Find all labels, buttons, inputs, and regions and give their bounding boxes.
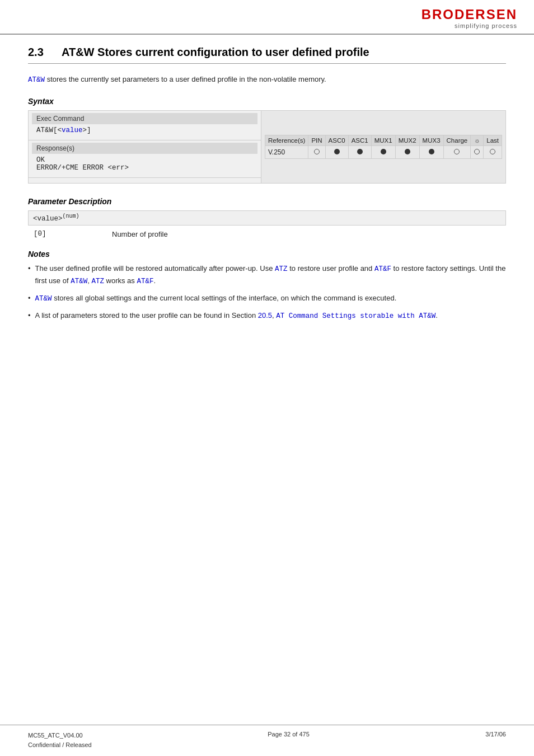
dot-mux2 <box>395 146 419 159</box>
response-left-panel: Response(s) OKERROR/+CME ERROR <err> <box>29 140 261 178</box>
note-text-1: AT&W stores all global settings and the … <box>35 293 506 304</box>
intro-code-link: AT&W <box>28 76 45 84</box>
dot-asc0 <box>325 146 348 159</box>
intro-paragraph: AT&W stores the currently set parameters… <box>28 74 506 86</box>
response-value: OKERROR/+CME ERROR <err> <box>32 154 257 175</box>
param-key-0: [0] <box>34 230 101 238</box>
exec-label: Exec Command <box>32 113 257 124</box>
footer-status: Confidential / Released <box>28 740 92 750</box>
syntax-reference-table: Exec Command AT&W[<value>] Reference(s) … <box>28 110 506 184</box>
reference-right-panel: Reference(s) PIN ASC0 ASC1 MUX1 MUX2 MUX… <box>261 111 505 184</box>
col-asc1: ASC1 <box>348 135 371 146</box>
ref-col-label: Reference(s) <box>265 135 308 146</box>
note0-code-atw: AT&W <box>71 278 87 285</box>
ref-inner-table: Reference(s) PIN ASC0 ASC1 MUX1 MUX2 MUX… <box>265 135 502 159</box>
footer-left: MC55_ATC_V04.00 Confidential / Released <box>28 731 92 750</box>
dot-filled-icon <box>381 149 386 154</box>
section-heading: AT&W Stores current configuration to use… <box>62 46 369 59</box>
notes-section: Notes The user defined profile will be r… <box>28 250 506 322</box>
logo-sub: simplifying process <box>455 22 517 29</box>
dot-charge <box>443 146 471 159</box>
dot-empty-icon <box>454 149 460 154</box>
exec-cmd-code: value <box>62 126 83 134</box>
note2-code-section: AT Command Settings stor­able with AT&W <box>276 312 435 320</box>
note0-code-atf2: AT&F <box>137 278 153 285</box>
exec-command-row: Exec Command AT&W[<value>] Reference(s) … <box>29 111 506 140</box>
dot-filled-icon <box>334 149 340 154</box>
param-box: <value>(num) <box>28 210 506 226</box>
dot-filled-icon <box>357 149 363 154</box>
logo-text: BRODERSEN <box>421 7 517 22</box>
notes-heading: Notes <box>28 250 506 259</box>
col-mux1: MUX1 <box>371 135 395 146</box>
ref-value-cell: V.250 <box>265 146 308 159</box>
footer-center: Page 32 of 475 <box>268 731 310 738</box>
footer-doc-id: MC55_ATC_V04.00 <box>28 731 92 741</box>
dot-empty-icon <box>474 149 480 154</box>
parameter-description-section: Parameter Description <value>(num) [0] N… <box>28 197 506 238</box>
logo-area: BRODERSEN simplifying process <box>421 7 517 29</box>
note-text-0: The user defined profile will be restore… <box>35 263 506 287</box>
section-number: 2.3 <box>28 46 50 59</box>
col-mux2: MUX2 <box>395 135 419 146</box>
exec-command-value: AT&W[<value>] <box>32 124 257 138</box>
col-pin: PIN <box>308 135 325 146</box>
intro-text: stores the currently set parameters to a… <box>47 75 326 83</box>
spacer-cell <box>29 178 261 184</box>
section-ref-link: 20.5 <box>258 311 272 320</box>
footer-date: 3/17/06 <box>485 731 506 738</box>
note-text-2: A list of parameters stored to the user … <box>35 310 506 322</box>
note0-code-atf: AT&F <box>374 265 391 273</box>
col-asc0: ASC0 <box>325 135 348 146</box>
notes-list: The user defined profile will be restore… <box>28 263 506 322</box>
dot-empty-icon <box>490 149 495 154</box>
ref-header-row: Reference(s) PIN ASC0 ASC1 MUX1 MUX2 MUX… <box>265 135 502 146</box>
col-mux3: MUX3 <box>419 135 443 146</box>
dot-asc1 <box>348 146 371 159</box>
param-desc-heading: Parameter Description <box>28 197 506 206</box>
note-item-1: AT&W stores all global settings and the … <box>28 293 506 304</box>
col-charge: Charge <box>443 135 471 146</box>
col-last: Last <box>484 135 502 146</box>
col-sun: ☼ <box>471 135 484 146</box>
section-title-area: 2.3 AT&W Stores current configuration to… <box>28 46 506 64</box>
page-header: BRODERSEN simplifying process <box>0 0 534 35</box>
note-item-2: A list of parameters stored to the user … <box>28 310 506 322</box>
note0-code-atz2: ATZ <box>91 278 104 285</box>
exec-left-panel: Exec Command AT&W[<value>] <box>29 111 261 140</box>
param-desc-0: Number of profile <box>112 230 168 238</box>
main-content: 2.3 AT&W Stores current configuration to… <box>0 35 534 367</box>
note0-code-atz: ATZ <box>275 265 288 273</box>
dot-sun <box>471 146 484 159</box>
ref-data-row: V.250 <box>265 146 502 159</box>
dot-empty-icon <box>314 149 320 154</box>
dot-last <box>484 146 502 159</box>
note1-code-atw: AT&W <box>35 295 52 303</box>
syntax-heading: Syntax <box>28 97 506 106</box>
note-item-0: The user defined profile will be restore… <box>28 263 506 287</box>
dot-mux3 <box>419 146 443 159</box>
dot-filled-icon <box>405 149 410 154</box>
response-label: Response(s) <box>32 143 257 154</box>
dot-mux1 <box>371 146 395 159</box>
param-row-0: [0] Number of profile <box>28 230 506 238</box>
page-footer: MC55_ATC_V04.00 Confidential / Released … <box>0 725 534 756</box>
superscript-num: (num) <box>63 213 79 219</box>
dot-pin <box>308 146 325 159</box>
dot-filled-icon <box>429 149 434 154</box>
